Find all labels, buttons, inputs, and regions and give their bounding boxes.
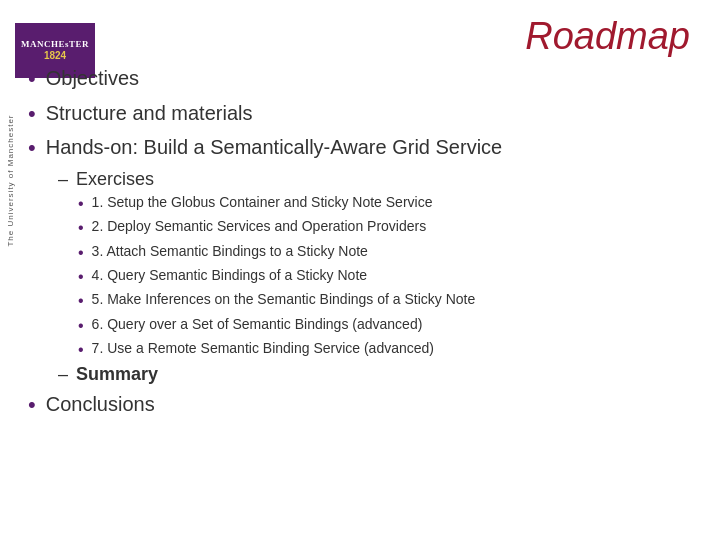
exercise-item-7: • 7. Use a Remote Semantic Binding Servi… [78,339,700,361]
exercises-header: – Exercises [58,169,700,190]
sub-dot-6: • [78,315,84,337]
sub-dot-3: • [78,242,84,264]
exercise-item-2: • 2. Deploy Semantic Services and Operat… [78,217,700,239]
exercises-list: • 1. Setup the Globus Container and Stic… [78,193,700,362]
summary-label: Summary [76,364,158,385]
exercise-text-3: 3. Attach Semantic Bindings to a Sticky … [92,242,368,262]
exercise-text-2: 2. Deploy Semantic Services and Operatio… [92,217,427,237]
exercise-text-1: 1. Setup the Globus Container and Sticky… [92,193,433,213]
sub-dot-5: • [78,290,84,312]
bullet-structure: • Structure and materials [28,100,700,129]
bullet-objectives-text: Objectives [46,65,139,92]
exercise-item-4: • 4. Query Semantic Bindings of a Sticky… [78,266,700,288]
exercise-item-3: • 3. Attach Semantic Bindings to a Stick… [78,242,700,264]
exercise-text-4: 4. Query Semantic Bindings of a Sticky N… [92,266,367,286]
exercise-item-1: • 1. Setup the Globus Container and Stic… [78,193,700,215]
exercise-text-5: 5. Make Inferences on the Semantic Bindi… [92,290,476,310]
exercise-item-5: • 5. Make Inferences on the Semantic Bin… [78,290,700,312]
bullet-handson: • Hands-on: Build a Semantically-Aware G… [28,134,700,163]
bullet-dot-2: • [28,100,36,129]
bullet-structure-text: Structure and materials [46,100,253,127]
summary-dash: – [58,364,68,385]
sub-dot-2: • [78,217,84,239]
bullet-conclusions: • Conclusions [28,391,700,420]
bullet-conclusions-text: Conclusions [46,391,155,418]
sub-dot-1: • [78,193,84,215]
exercise-text-6: 6. Query over a Set of Semantic Bindings… [92,315,423,335]
logo-manchester-text: MANCHEsTER [21,39,89,50]
page-title: Roadmap [525,15,690,57]
summary-item: – Summary [58,364,700,385]
bullet-objectives: • Objectives [28,65,700,94]
bullet-dot-3: • [28,134,36,163]
main-content: • Objectives • Structure and materials •… [28,65,700,520]
side-text-area: The University of Manchester [0,80,20,280]
side-university-text: The University of Manchester [6,114,15,246]
exercise-text-7: 7. Use a Remote Semantic Binding Service… [92,339,434,359]
exercises-section: – Exercises • 1. Setup the Globus Contai… [58,169,700,385]
exercises-label: Exercises [76,169,154,190]
bullet-dot-1: • [28,65,36,94]
page-title-area: Roadmap [525,15,690,58]
bullet-dot-4: • [28,391,36,420]
bullet-handson-text: Hands-on: Build a Semantically-Aware Gri… [46,134,503,161]
logo-year: 1824 [44,50,66,61]
sub-dot-7: • [78,339,84,361]
exercises-dash: – [58,169,68,190]
exercise-item-6: • 6. Query over a Set of Semantic Bindin… [78,315,700,337]
sub-dot-4: • [78,266,84,288]
